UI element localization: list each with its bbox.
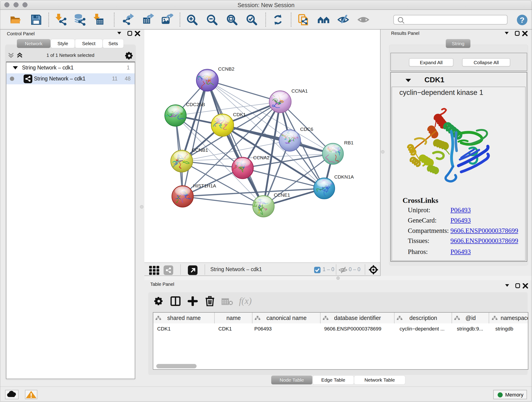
- svg-text:CDC6: CDC6: [300, 127, 313, 132]
- svg-text:HIST1H1A: HIST1H1A: [193, 183, 216, 188]
- svg-text:CDK1: CDK1: [233, 112, 246, 117]
- svg-text:CCNE1: CCNE1: [274, 192, 290, 198]
- svg-text:CDC25B: CDC25B: [186, 102, 205, 107]
- svg-text:CCNA1: CCNA1: [291, 88, 308, 94]
- svg-text:CDKN1A: CDKN1A: [334, 174, 354, 179]
- svg-text:CCNB2: CCNB2: [218, 66, 234, 71]
- svg-text:CCNB1: CCNB1: [192, 147, 208, 153]
- svg-text:CCNA2: CCNA2: [253, 155, 269, 160]
- svg-text:RB1: RB1: [344, 140, 354, 145]
